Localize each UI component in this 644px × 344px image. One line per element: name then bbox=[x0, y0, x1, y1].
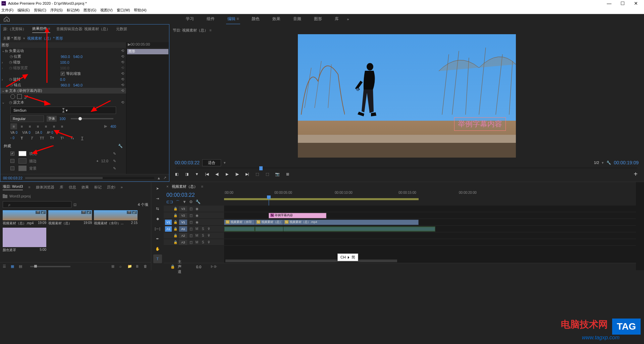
superscript-icon[interactable]: T¹ bbox=[59, 136, 65, 140]
add-marker-icon[interactable]: ▼ bbox=[182, 199, 186, 205]
button-editor-icon[interactable]: + bbox=[631, 170, 641, 178]
tab-source[interactable]: 源:（无剪辑） bbox=[3, 26, 26, 33]
timeline-sequence-name[interactable]: 视频素材（总） bbox=[172, 184, 198, 189]
clip-video-main-2[interactable]: fx 视频素材（总）.mp4 bbox=[283, 220, 419, 225]
solo-icon[interactable]: S bbox=[201, 227, 205, 231]
italic-icon[interactable]: T bbox=[29, 136, 35, 140]
effect-scrollbar[interactable] bbox=[25, 177, 154, 179]
workspace-learn[interactable]: 学习 bbox=[184, 14, 195, 24]
align-justify-last-right-icon[interactable]: ≡ bbox=[59, 123, 65, 129]
align-justify-last-left-icon[interactable]: ≡ bbox=[43, 123, 49, 129]
section-text[interactable]: ⌄ ◉ 文本 (举例字幕内容) ⟲ bbox=[0, 88, 126, 94]
tab-markers[interactable]: 标记 bbox=[94, 185, 102, 190]
track-header-v3[interactable]: 🔒V3◫◉ bbox=[164, 206, 224, 212]
align-right-icon[interactable]: ≡ bbox=[26, 123, 33, 129]
kerning-value[interactable]: 0 bbox=[16, 131, 18, 134]
chevron-down-icon[interactable]: ▾ bbox=[602, 161, 604, 165]
home-icon[interactable] bbox=[3, 16, 10, 22]
workspace-color[interactable]: 颜色 bbox=[250, 14, 261, 24]
filter-bin-icon[interactable]: ⊡ bbox=[73, 203, 76, 207]
maximize-button[interactable]: ☐ bbox=[616, 1, 629, 6]
timeline-ruler[interactable]: :00:00 00:00:05:00 00:00:10:00 00:00:15:… bbox=[224, 191, 636, 206]
prop-vector-motion[interactable]: ⌄ fx 矢量运动 ⟲ bbox=[0, 48, 126, 54]
track-select-tool-icon[interactable]: ⇥ bbox=[153, 194, 162, 203]
workspace-editing[interactable]: 编辑 bbox=[226, 14, 240, 24]
resolution-dropdown[interactable]: 1/2 bbox=[594, 161, 599, 165]
hand-tool-icon[interactable]: ✋ bbox=[153, 244, 162, 253]
selection-tool-icon[interactable]: ➤ bbox=[153, 184, 162, 193]
reset-icon[interactable]: ⟲ bbox=[121, 54, 124, 59]
stroke-checkbox[interactable] bbox=[10, 159, 14, 163]
project-item[interactable]: 🎬🔊 视频素材（总）19:09 bbox=[48, 210, 92, 226]
baseline-value[interactable]: 0 bbox=[51, 131, 53, 134]
track-header-v1[interactable]: V1🔒V1◫◉ bbox=[164, 219, 224, 226]
reset-icon[interactable]: ⟲ bbox=[121, 71, 124, 76]
extract-icon[interactable]: ⬚ bbox=[263, 170, 271, 178]
breadcrumb-sequence[interactable]: 视频素材（总）* 图形 bbox=[27, 36, 63, 41]
tsume-value[interactable]: 0 bbox=[13, 136, 15, 140]
position-y[interactable]: 540.0 bbox=[73, 55, 83, 59]
underline-icon[interactable]: T bbox=[79, 136, 85, 140]
bold-icon[interactable]: T bbox=[19, 136, 24, 140]
tab-libraries[interactable]: 库 bbox=[60, 185, 63, 190]
font-size-value[interactable]: 100 bbox=[59, 117, 65, 121]
align-justify-icon[interactable]: ≡ bbox=[35, 123, 41, 129]
sync-lock-icon[interactable]: ◫ bbox=[189, 207, 193, 211]
tracking-val[interactable]: 0 bbox=[29, 131, 31, 134]
timeline-timecode[interactable]: 00:00:03:22 bbox=[166, 192, 221, 198]
stopwatch-icon[interactable]: ◷ bbox=[10, 54, 14, 59]
lift-icon[interactable]: ⬚ bbox=[253, 170, 261, 178]
add-stroke-icon[interactable]: + bbox=[96, 159, 98, 163]
uniform-scale-checkbox[interactable] bbox=[61, 72, 65, 76]
track-header-a3[interactable]: 🔒A3◫MS🎙 bbox=[164, 239, 224, 246]
twirl-icon[interactable]: ⌄ bbox=[2, 89, 5, 93]
twirl-icon[interactable]: › bbox=[2, 60, 5, 64]
menu-graphics[interactable]: 图形(G) bbox=[84, 8, 96, 13]
workspace-assembly[interactable]: 组件 bbox=[205, 14, 216, 24]
audio-meters[interactable] bbox=[636, 182, 644, 270]
delete-icon[interactable]: 🗑 bbox=[144, 264, 148, 269]
mark-in-icon[interactable]: ◧ bbox=[173, 170, 181, 178]
menu-markers[interactable]: 标记(M) bbox=[67, 8, 80, 13]
track-header-a1[interactable]: A1🔒A1◫MS🎙 bbox=[164, 226, 224, 232]
track-a1[interactable] bbox=[224, 226, 636, 232]
program-scrubber[interactable] bbox=[176, 168, 637, 168]
indent-icon[interactable]: ⊫ bbox=[102, 123, 109, 129]
track-header-v2[interactable]: 🔒V2◫◉ bbox=[164, 212, 224, 219]
track-a2[interactable] bbox=[224, 232, 636, 239]
new-bin-icon[interactable]: 📁 bbox=[127, 264, 132, 269]
stopwatch-icon[interactable]: ◷ bbox=[9, 60, 13, 64]
stopwatch-icon[interactable]: ◷ bbox=[9, 100, 13, 105]
menu-window[interactable]: 窗口(W) bbox=[117, 8, 130, 13]
subscript-icon[interactable]: T₁ bbox=[69, 136, 75, 140]
project-item[interactable]: 颜色遮罩5:00 bbox=[3, 228, 46, 252]
menu-help[interactable]: 帮助(H) bbox=[134, 8, 146, 13]
stopwatch-icon[interactable]: ◷ bbox=[9, 77, 13, 81]
reset-icon[interactable]: ⟲ bbox=[121, 89, 124, 93]
wrench-icon[interactable]: 🔧 bbox=[196, 199, 201, 205]
tab-audio-mixer[interactable]: 音频剪辑混合器: 视频素材（总） bbox=[56, 26, 110, 33]
tracking-value[interactable]: 400 bbox=[110, 125, 116, 128]
find-icon[interactable]: ⌕ bbox=[119, 264, 124, 269]
project-item-grid[interactable]: 🎬🔊 视频素材（总）.mp419:09 🎬🔊 视频素材（总）19:09 🎬🔊 视… bbox=[0, 209, 151, 262]
program-timecode[interactable]: 00:00:03:22 bbox=[175, 160, 200, 165]
tab-program[interactable]: 节目: 视频素材（总） bbox=[173, 28, 208, 33]
pen-tool-icon[interactable]: ✒ bbox=[153, 234, 162, 243]
close-button[interactable]: ✕ bbox=[629, 1, 643, 6]
project-item[interactable]: 🎬🔊 视频素材（总）.mp419:09 bbox=[3, 210, 46, 226]
step-back-icon[interactable]: ◀| bbox=[213, 170, 221, 178]
slider-knob[interactable] bbox=[78, 117, 82, 120]
settings-wrench-icon[interactable]: 🔧 bbox=[606, 161, 611, 165]
tab-metadata[interactable]: 元数据 bbox=[116, 26, 127, 33]
mute-icon[interactable]: M bbox=[195, 227, 199, 231]
workspace-effects[interactable]: 效果 bbox=[271, 14, 282, 24]
auto-sequence-icon[interactable]: ⊞ bbox=[111, 264, 116, 269]
workspace-libraries[interactable]: 库 bbox=[333, 14, 340, 24]
timeline-settings-icon[interactable]: ⚙ bbox=[189, 199, 193, 205]
chevron-down-icon[interactable]: ▾ bbox=[224, 161, 226, 165]
zoom-fit-dropdown[interactable]: 适合 bbox=[202, 159, 221, 166]
twirl-icon[interactable]: ⌄ bbox=[2, 49, 5, 53]
allcaps-icon[interactable]: TT bbox=[39, 136, 45, 140]
wrench-icon[interactable]: 🔧 bbox=[118, 144, 123, 148]
workspace-audio[interactable]: 音频 bbox=[292, 14, 303, 24]
